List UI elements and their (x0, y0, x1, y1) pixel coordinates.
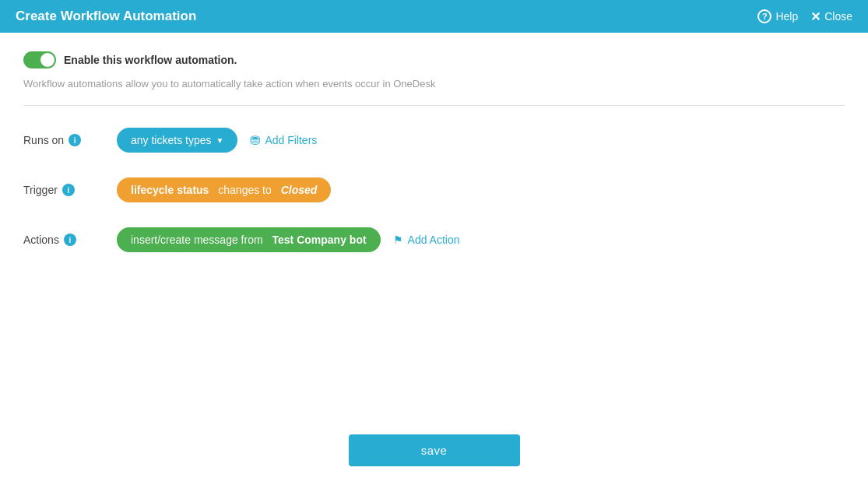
actions-info-icon[interactable]: i (64, 234, 76, 246)
help-icon: ? (757, 9, 771, 23)
add-filters-label: Add Filters (265, 134, 317, 146)
runs-on-info-icon[interactable]: i (69, 134, 81, 146)
add-filters-button[interactable]: ⛃ Add Filters (250, 133, 317, 148)
trigger-button[interactable]: lifecycle status changes to Closed (117, 177, 331, 202)
close-label: Close (824, 10, 852, 23)
trigger-label-col: Trigger i (23, 184, 117, 196)
filter-icon: ⛃ (250, 133, 260, 148)
chevron-down-icon: ▼ (216, 136, 224, 145)
divider (23, 105, 845, 106)
runs-on-controls: any tickets types ▼ ⛃ Add Filters (117, 128, 845, 153)
actions-row: Actions i insert/create message from Tes… (23, 227, 845, 252)
action-bot-part: Test Company bot (272, 234, 367, 246)
toggle-row: Enable this workflow automation. (23, 51, 845, 69)
flag-icon: ⚑ (393, 234, 403, 246)
trigger-changes-part: changes to (218, 184, 272, 196)
trigger-lifecycle-part: lifecycle status (131, 184, 209, 196)
header-actions: ? Help ✕ Close (757, 9, 852, 24)
actions-controls: insert/create message from Test Company … (117, 227, 845, 252)
ticket-types-label: any tickets types (131, 134, 212, 146)
help-button[interactable]: ? Help (757, 9, 798, 23)
subtitle-text: Workflow automations allow you to automa… (23, 78, 845, 90)
save-button[interactable]: save (349, 434, 520, 466)
add-action-label: Add Action (408, 234, 460, 246)
ticket-types-button[interactable]: any tickets types ▼ (117, 128, 237, 153)
close-button[interactable]: ✕ Close (810, 9, 852, 24)
runs-on-label: Runs on (23, 134, 64, 146)
trigger-label: Trigger (23, 184, 58, 196)
actions-label: Actions (23, 234, 59, 246)
trigger-controls: lifecycle status changes to Closed (117, 177, 845, 202)
modal-title: Create Workflow Automation (16, 9, 196, 24)
modal-footer: save (0, 422, 868, 485)
runs-on-row: Runs on i any tickets types ▼ ⛃ Add Filt… (23, 128, 845, 153)
trigger-info-icon[interactable]: i (62, 184, 75, 196)
runs-on-label-col: Runs on i (23, 134, 117, 146)
trigger-row: Trigger i lifecycle status changes to Cl… (23, 177, 845, 202)
action-insert-part: insert/create message from (131, 234, 263, 246)
close-icon: ✕ (810, 9, 821, 24)
help-label: Help (775, 10, 798, 23)
modal-body: Enable this workflow automation. Workflo… (0, 33, 868, 422)
add-action-button[interactable]: ⚑ Add Action (393, 234, 460, 246)
toggle-label: Enable this workflow automation. (64, 54, 237, 66)
modal-header: Create Workflow Automation ? Help ✕ Clos… (0, 0, 868, 33)
enable-toggle[interactable] (23, 51, 56, 69)
modal-container: Create Workflow Automation ? Help ✕ Clos… (0, 0, 868, 485)
action-button[interactable]: insert/create message from Test Company … (117, 227, 381, 252)
trigger-closed-part: Closed (281, 184, 318, 196)
actions-label-col: Actions i (23, 234, 117, 246)
